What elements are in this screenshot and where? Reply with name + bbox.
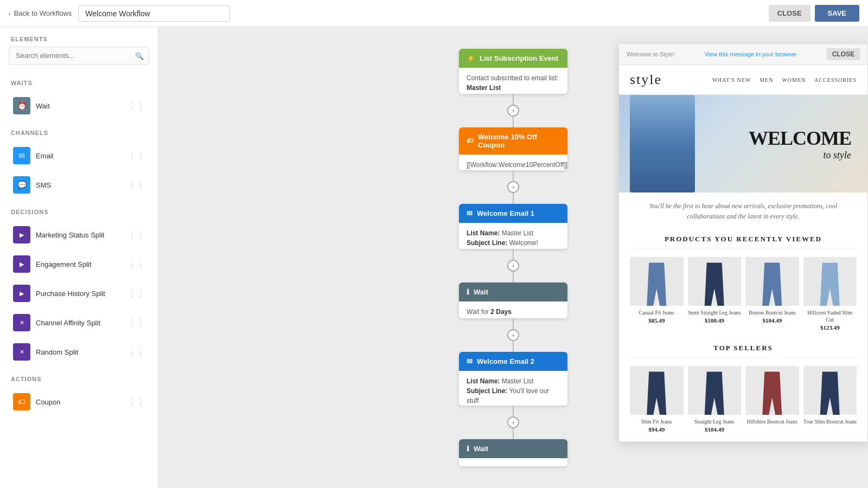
top-sellers-title: TOP SELLERS bbox=[630, 339, 857, 357]
workflow-canvas: ⚡ List Subscription Event Contact subscr… bbox=[158, 27, 868, 488]
node-body: [[Workflow:Welcome10PercentOff]] bbox=[459, 155, 567, 171]
product-price: $123.49 bbox=[803, 324, 857, 331]
node-title: Wait bbox=[474, 445, 488, 453]
node-wait-1[interactable]: ℹ Wait Wait for 2 Days bbox=[459, 282, 567, 318]
connector: + bbox=[507, 406, 519, 439]
node-body: List Name: Master List Subject Line: Wel… bbox=[459, 223, 567, 249]
connector: + bbox=[507, 318, 519, 352]
add-node-button[interactable]: + bbox=[507, 105, 519, 117]
nav-link-whats-new[interactable]: WHAT'S NEW bbox=[712, 77, 751, 83]
sidebar-item-engagement-split[interactable]: ▶ Engagement Split ⋮⋮ bbox=[4, 250, 154, 278]
product-image bbox=[803, 257, 857, 306]
product-card: Straight Leg Jeans $104.49 bbox=[688, 366, 742, 433]
node-icon: 🏷 bbox=[467, 137, 474, 145]
product-card: Casual Fit Jeans $85.49 bbox=[630, 257, 684, 331]
sidebar-item-channel-affinity-split[interactable]: ✕ Channel Affinity Split ⋮⋮ bbox=[4, 309, 154, 337]
sidebar-item-purchase-history-split[interactable]: ▶ Purchase History Split ⋮⋮ bbox=[4, 279, 154, 307]
waits-section-title: WAITS bbox=[0, 71, 158, 91]
node-icon: ⚡ bbox=[467, 54, 475, 62]
drag-handle[interactable]: ⋮⋮ bbox=[127, 288, 145, 299]
node-welcome-email-2[interactable]: ✉ Welcome Email 2 List Name: Master List… bbox=[459, 352, 567, 406]
product-price: $100.49 bbox=[688, 317, 742, 324]
drag-handle[interactable]: ⋮⋮ bbox=[127, 397, 145, 407]
product-name: Slim Fit Jeans bbox=[630, 418, 684, 425]
drag-handle[interactable]: ⋮⋮ bbox=[127, 230, 145, 240]
connector: + bbox=[507, 170, 519, 204]
sidebar-item-email[interactable]: ✉ Email ⋮⋮ bbox=[4, 142, 154, 170]
product-name: Hillshire Bootcut Jeans bbox=[745, 418, 799, 425]
close-button[interactable]: CLOSE bbox=[769, 5, 810, 22]
recently-viewed-title: PRODUCTS YOU RECENTLY VIEWED bbox=[630, 230, 857, 248]
sidebar-item-coupon[interactable]: 🏷 Coupon ⋮⋮ bbox=[4, 388, 154, 416]
node-icon: ✉ bbox=[467, 209, 473, 217]
node-welcome-email-1[interactable]: ✉ Welcome Email 1 List Name: Master List… bbox=[459, 204, 567, 249]
product-card: Slim Fit Jeans $94.49 bbox=[630, 366, 684, 433]
sidebar-item-marketing-status-split[interactable]: ▶ Marketing Status Split ⋮⋮ bbox=[4, 221, 154, 249]
actions-section-title: ACTIONS bbox=[0, 367, 158, 387]
product-image bbox=[745, 257, 799, 306]
add-node-button[interactable]: + bbox=[507, 329, 519, 341]
drag-handle[interactable]: ⋮⋮ bbox=[127, 101, 145, 111]
node-header: ℹ Wait bbox=[459, 439, 567, 458]
product-image bbox=[688, 257, 742, 306]
product-image bbox=[745, 366, 799, 415]
node-header: 🏷 Welcome 10% Off Coupon bbox=[459, 127, 567, 155]
engagement-split-label: Engagement Split bbox=[36, 260, 122, 268]
preview-bar: Welcome to Style! View this message in y… bbox=[619, 44, 867, 65]
sidebar-item-wait[interactable]: ⏰ Wait ⋮⋮ bbox=[4, 92, 154, 120]
recently-viewed-grid: Casual Fit Jeans $85.49 Semi Straight Le… bbox=[619, 248, 867, 339]
back-to-workflows-link[interactable]: ‹ Back to Workflows bbox=[9, 9, 72, 17]
product-image bbox=[630, 257, 684, 306]
node-icon: ℹ bbox=[467, 445, 469, 453]
engagement-split-icon: ▶ bbox=[13, 255, 30, 273]
node-title: List Subscription Event bbox=[480, 54, 558, 62]
nav-link-accessories[interactable]: ACCESSORIES bbox=[814, 77, 857, 83]
product-name: Semi Straight Leg Jeans bbox=[688, 309, 742, 316]
save-button[interactable]: SAVE bbox=[815, 5, 859, 22]
sidebar-item-random-split[interactable]: ✕ Random Split ⋮⋮ bbox=[4, 338, 154, 366]
add-node-button[interactable]: + bbox=[507, 416, 519, 428]
product-card: Semi Straight Leg Jeans $100.49 bbox=[688, 257, 742, 331]
node-header: ℹ Wait bbox=[459, 282, 567, 301]
product-name: Casual Fit Jeans bbox=[630, 309, 684, 316]
product-image bbox=[630, 366, 684, 415]
email-content: style WHAT'S NEW MEN WOMEN ACCESSORIES W… bbox=[619, 65, 867, 441]
node-wait-2[interactable]: ℹ Wait bbox=[459, 439, 567, 466]
hero-image: WELCOME to style bbox=[619, 95, 867, 192]
drag-handle[interactable]: ⋮⋮ bbox=[127, 318, 145, 328]
drag-handle[interactable]: ⋮⋮ bbox=[127, 347, 145, 357]
workflow-nodes: ⚡ List Subscription Event Contact subscr… bbox=[378, 49, 649, 466]
product-name: True Slim Bootcut Jeans bbox=[803, 418, 857, 425]
drag-handle[interactable]: ⋮⋮ bbox=[127, 259, 145, 269]
node-list-subscription-event[interactable]: ⚡ List Subscription Event Contact subscr… bbox=[459, 49, 567, 94]
workflow-title-input[interactable] bbox=[78, 5, 230, 22]
preview-view-browser-link[interactable]: View this message in your browser bbox=[705, 51, 797, 57]
product-card: Hillshire Bootcut Jeans bbox=[745, 366, 799, 433]
node-header: ⚡ List Subscription Event bbox=[459, 49, 567, 68]
add-node-button[interactable]: + bbox=[507, 181, 519, 193]
sidebar: ELEMENTS 🔍 WAITS ⏰ Wait ⋮⋮ CHANNELS ✉ Em… bbox=[0, 27, 158, 488]
node-welcome-coupon[interactable]: 🏷 Welcome 10% Off Coupon [[Workflow:Welc… bbox=[459, 127, 567, 171]
node-body: Contact subscribed to email list:Master … bbox=[459, 68, 567, 94]
product-card: Hillcrest Faded Slim Cut $123.49 bbox=[803, 257, 857, 331]
nav-link-women[interactable]: WOMEN bbox=[782, 77, 806, 83]
wait-icon: ⏰ bbox=[13, 97, 30, 114]
preview-close-button[interactable]: CLOSE bbox=[827, 48, 860, 60]
nav-link-men[interactable]: MEN bbox=[760, 77, 773, 83]
email-preview-panel: Welcome to Style! View this message in y… bbox=[618, 43, 868, 442]
product-price: $94.49 bbox=[630, 426, 684, 433]
drag-handle[interactable]: ⋮⋮ bbox=[127, 180, 145, 190]
product-price: $104.49 bbox=[745, 317, 799, 324]
purchase-history-split-label: Purchase History Split bbox=[36, 290, 122, 298]
drag-handle[interactable]: ⋮⋮ bbox=[127, 151, 145, 161]
add-node-button[interactable]: + bbox=[507, 260, 519, 272]
coupon-label: Coupon bbox=[36, 398, 122, 406]
node-body: Wait for 2 Days bbox=[459, 301, 567, 318]
sidebar-item-sms[interactable]: 💬 SMS ⋮⋮ bbox=[4, 171, 154, 199]
marketing-split-label: Marketing Status Split bbox=[36, 231, 122, 239]
product-name: Boston Bootcut Jeans bbox=[745, 309, 799, 316]
search-input[interactable] bbox=[9, 47, 149, 65]
coupon-icon: 🏷 bbox=[13, 393, 30, 410]
connector: + bbox=[507, 249, 519, 282]
brand-logo: style bbox=[630, 72, 662, 88]
